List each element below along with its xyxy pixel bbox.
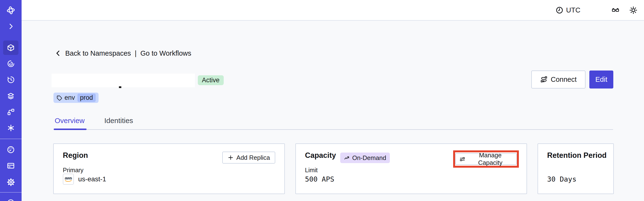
edit-button[interactable]: Edit — [589, 70, 613, 88]
limit-value: 500 APS — [305, 175, 334, 183]
limit-label: Limit — [305, 167, 318, 174]
tab-overview[interactable]: Overview — [55, 116, 85, 125]
region-card-title: Region — [63, 151, 88, 160]
timezone-label: UTC — [566, 6, 580, 14]
swirl-icon — [7, 60, 15, 68]
trending-up-icon — [344, 155, 350, 161]
tab-bar: Overview Identities — [55, 116, 133, 125]
tag-value: prod — [78, 94, 96, 102]
sidebar-item-settings[interactable] — [0, 178, 22, 186]
billing-card-icon — [7, 162, 15, 170]
temporal-cloud-namespace-page: UTC — [0, 0, 644, 201]
workflow-branch-icon — [7, 108, 15, 116]
clock-history-icon — [7, 76, 15, 84]
timezone-selector[interactable]: UTC — [556, 0, 580, 20]
sun-icon — [629, 6, 638, 14]
account-circle-icon — [7, 198, 15, 201]
on-demand-badge: On-Demand — [340, 152, 390, 163]
sidebar-item-account[interactable] — [0, 198, 22, 201]
add-replica-button[interactable]: Add Replica — [222, 152, 275, 164]
clock-icon — [556, 6, 563, 14]
connect-button-label: Connect — [551, 76, 577, 84]
aws-smile — [65, 180, 72, 182]
aws-provider-icon: aws — [63, 174, 74, 185]
sidebar-divider — [0, 192, 22, 192]
breadcrumb-separator: | — [134, 50, 137, 57]
breadcrumb-back-link[interactable]: Back to Namespaces — [65, 50, 131, 57]
region-value: us-east-1 — [78, 175, 106, 183]
retention-card: Retention Period 30 Days — [538, 144, 614, 194]
tag-icon — [56, 95, 62, 101]
retention-value: 30 Days — [547, 175, 576, 183]
region-card: Region Add Replica Primary aws us-east-1 — [53, 144, 285, 194]
connect-flow-icon — [540, 76, 548, 83]
active-tab-underline — [54, 128, 86, 130]
namespace-tag-chip[interactable]: env prod — [54, 92, 98, 103]
primary-label: Primary — [63, 167, 84, 174]
breadcrumb: Back to Namespaces | Go to Workflows — [54, 48, 191, 58]
redacted-namespace-title — [52, 74, 195, 87]
status-badge-label: Active — [202, 76, 220, 84]
sidebar-item-nexus-services[interactable] — [0, 124, 22, 132]
sidebar-item-schedules[interactable] — [0, 76, 22, 84]
sidebar-item-deployments[interactable] — [0, 108, 22, 116]
gear-icon — [7, 178, 15, 186]
top-bar: UTC — [22, 0, 644, 21]
primary-region-row: aws us-east-1 — [63, 174, 106, 185]
plus-icon — [228, 154, 234, 161]
breadcrumb-workflows-link[interactable]: Go to Workflows — [140, 50, 191, 57]
layers-icon — [7, 92, 15, 100]
edit-button-label: Edit — [595, 76, 607, 84]
asterisk-icon — [7, 124, 15, 132]
sidebar-item-usage[interactable] — [0, 146, 22, 154]
capacity-card-title: Capacity — [305, 151, 336, 160]
sliders-icon — [460, 156, 466, 162]
labs-glasses-button[interactable] — [612, 0, 620, 20]
sidebar-divider — [0, 139, 22, 139]
connect-button[interactable]: Connect — [531, 70, 586, 88]
sidebar-item-batch[interactable] — [0, 92, 22, 100]
on-demand-label: On-Demand — [352, 154, 386, 162]
capacity-card: Capacity On-Demand Limit 500 APS Manage … — [296, 144, 527, 194]
gauge-icon — [7, 146, 15, 154]
sidebar-item-nexus[interactable] — [0, 60, 22, 68]
chevron-right-icon — [7, 22, 15, 30]
sidebar-nav — [0, 0, 22, 201]
tab-identities[interactable]: Identities — [104, 116, 133, 125]
back-chevron-icon[interactable] — [54, 50, 62, 57]
retention-card-title: Retention Period — [547, 151, 606, 160]
theme-toggle-button[interactable] — [629, 0, 638, 20]
temporal-logo-icon[interactable] — [0, 6, 22, 15]
add-replica-label: Add Replica — [236, 154, 270, 162]
status-badge: Active — [198, 75, 224, 85]
annotation-highlight-box: Manage Capacity — [453, 150, 519, 168]
sidebar-item-namespaces[interactable] — [0, 44, 22, 52]
glasses-icon — [612, 6, 620, 14]
tag-key: env — [64, 94, 75, 102]
cube-icon — [7, 44, 15, 52]
manage-capacity-button[interactable]: Manage Capacity — [455, 153, 517, 165]
manage-capacity-label: Manage Capacity — [468, 152, 512, 166]
title-artifact-dot — [119, 86, 121, 88]
sidebar-expand-button[interactable] — [0, 22, 22, 30]
sidebar-item-billing[interactable] — [0, 162, 22, 170]
tab-baseline-divider — [55, 129, 613, 130]
